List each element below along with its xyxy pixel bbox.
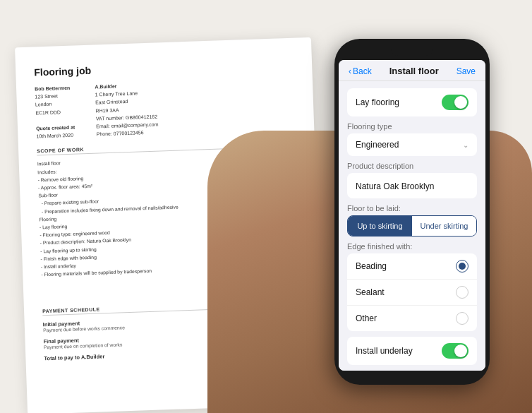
floor-btn-up-to-skirting[interactable]: Up to skirting (348, 216, 412, 236)
radio-beading-circle (456, 260, 468, 273)
phone-notch (391, 49, 433, 56)
flooring-type-dropdown[interactable]: Engineered ⌄ (347, 133, 477, 156)
builder-name: A.Builder (95, 80, 157, 90)
radio-beading-dot (459, 263, 466, 270)
back-button[interactable]: ‹ Back (349, 66, 372, 76)
install-underlay-toggle[interactable] (442, 343, 468, 359)
save-button[interactable]: Save (457, 66, 476, 76)
toggle-thumb (454, 96, 467, 109)
product-desc-label: Product description (347, 162, 477, 170)
back-label: Back (353, 66, 372, 76)
lay-flooring-toggle[interactable] (442, 95, 468, 110)
edge-finished-group: Beading Sealant Other (347, 253, 477, 331)
radio-beading-label: Beading (356, 261, 387, 271)
radio-beading[interactable]: Beading (347, 253, 477, 280)
builder-addr3: RH19 3AA (95, 107, 119, 113)
builder-phone: Phone: 07700123456 (97, 130, 144, 136)
phone-title: Install floor (389, 66, 439, 76)
builder-vat: VAT number: GB860412162 (96, 114, 157, 121)
floor-laid-label: Floor to be laid: (347, 204, 477, 213)
client-addr1: 123 Street (35, 94, 58, 100)
quote-date: 10th March 2020 (36, 133, 73, 139)
radio-sealant[interactable]: Sealant (347, 280, 477, 306)
lay-flooring-label: Lay flooring (356, 97, 399, 107)
client-addr3: EC1R DDD (35, 109, 61, 115)
flooring-type-label: Flooring type (347, 122, 477, 131)
payment-3-label: Total to pay to A.Builder (44, 354, 104, 362)
install-underlay-label: Install underlay (356, 346, 413, 356)
toggle-thumb-2 (454, 345, 467, 357)
phone-header: ‹ Back Install floor Save (339, 60, 485, 81)
builder-addr2: East Grinstead (95, 99, 128, 105)
floor-buttons: Up to skirting Under skirting (347, 215, 477, 237)
client-addr2: London (35, 102, 52, 107)
builder-email: Email: email@company.com (96, 121, 158, 128)
client-name: Bob Bettermen (35, 84, 74, 93)
radio-sealant-label: Sealant (356, 287, 385, 297)
phone-screen: ‹ Back Install floor Save Lay flooring F… (339, 60, 485, 371)
edge-finished-label: Edge finished with: (347, 242, 477, 251)
install-underlay-row: Install underlay (347, 337, 477, 365)
chevron-left-icon: ‹ (349, 66, 351, 76)
phone-content: Lay flooring Flooring type Engineered ⌄ … (339, 81, 485, 371)
radio-other[interactable]: Other (347, 306, 477, 331)
flooring-type-value: Engineered (356, 140, 399, 150)
radio-other-circle (456, 312, 468, 325)
floor-btn-under-skirting[interactable]: Under skirting (412, 216, 476, 236)
quote-created-label: Quote created at (36, 124, 75, 133)
product-desc-value: Natura Oak Brooklyn (356, 181, 434, 191)
builder-addr1: 1 Cherry Tree Lane (95, 91, 138, 97)
radio-sealant-circle (456, 286, 468, 299)
phone: ‹ Back Install floor Save Lay flooring F… (334, 39, 490, 385)
lay-flooring-row: Lay flooring (347, 88, 477, 116)
chevron-down-icon: ⌄ (463, 141, 468, 149)
radio-other-label: Other (356, 313, 377, 323)
product-desc-field[interactable]: Natura Oak Brooklyn (347, 173, 477, 198)
doc-title: Flooring job (34, 58, 294, 78)
